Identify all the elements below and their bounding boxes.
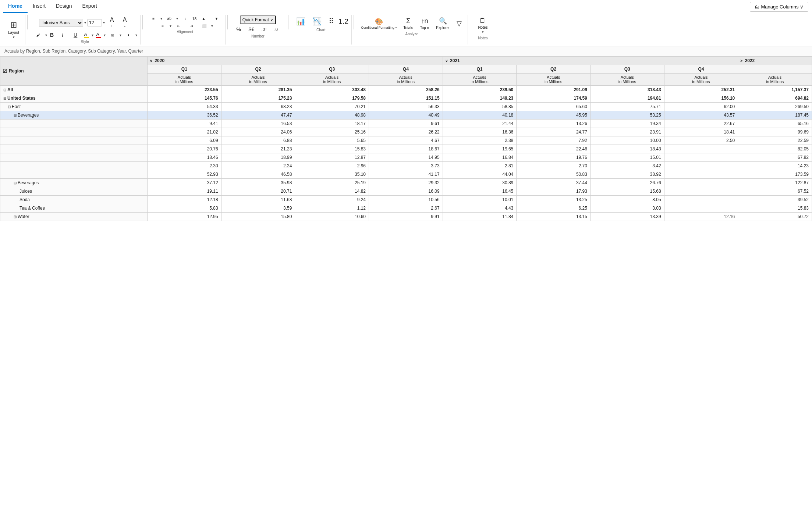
tab-insert[interactable]: Insert bbox=[28, 0, 51, 13]
highlight-color-button[interactable]: A bbox=[82, 31, 91, 39]
east-expand-icon[interactable]: ⊟ bbox=[8, 105, 11, 109]
actuals-q2-2021-subheader: Actualsin Millions bbox=[517, 74, 591, 86]
bev-east-q4-2021: 43.57 bbox=[664, 111, 738, 120]
effects-arrow[interactable]: ▾ bbox=[135, 33, 137, 37]
bold-button[interactable]: B bbox=[48, 31, 56, 39]
top-n-button[interactable]: ↑n Top n bbox=[417, 16, 432, 31]
font-grow-button[interactable]: A+ bbox=[106, 15, 118, 30]
us-q1-2020: 145.76 bbox=[148, 94, 221, 103]
water-label: ⊞Water bbox=[0, 213, 148, 221]
beverages-east-expand-icon[interactable]: ⊟ bbox=[14, 113, 17, 117]
line-height-button[interactable]: ↕ bbox=[179, 15, 191, 22]
us-row-label: ⊟United States bbox=[0, 94, 148, 103]
table-row: Juices 19.11 20.71 14.82 16.09 16.45 17.… bbox=[0, 187, 812, 196]
table-row: ⊟Beverages 37.12 35.98 25.19 29.32 30.89… bbox=[0, 179, 812, 187]
ribbon-body: ⊞ Layout ▾ Inforiver Sans ▾ ▾ A+ A- 🖌 bbox=[0, 13, 812, 46]
wrap-text-button[interactable]: ab bbox=[163, 15, 175, 22]
chart-value-area: 1.2 bbox=[338, 17, 348, 26]
tab-design[interactable]: Design bbox=[51, 0, 77, 13]
font-shrink-button[interactable]: A- bbox=[119, 15, 131, 30]
bev-east-q2-2020: 47.47 bbox=[221, 111, 295, 120]
table-row: 52.93 46.58 35.10 41.17 44.04 50.83 38.9… bbox=[0, 170, 812, 179]
increase-decimal-button[interactable]: .0⁺ bbox=[258, 26, 270, 33]
align-options-button[interactable]: ≡ bbox=[148, 15, 159, 22]
font-color-button[interactable]: A bbox=[95, 31, 103, 39]
table-row: 9.41 16.53 18.17 9.61 21.44 13.26 19.34 … bbox=[0, 120, 812, 128]
percent-button[interactable]: % bbox=[233, 25, 244, 33]
q4-2021-header: Q4 bbox=[664, 65, 738, 74]
row-region-header: ☑ Region bbox=[0, 57, 148, 86]
indent-left-button[interactable]: ⇤ bbox=[173, 23, 184, 29]
us-q3-2020: 179.58 bbox=[295, 94, 369, 103]
ribbon-tabs: Home Insert Design Export bbox=[0, 0, 105, 13]
year-2021-label: 2021 bbox=[450, 58, 460, 63]
highlight-color-arrow[interactable]: ▾ bbox=[92, 33, 93, 37]
font-size-input[interactable] bbox=[87, 19, 102, 26]
dollar-button[interactable]: $€ bbox=[245, 25, 257, 33]
tab-home[interactable]: Home bbox=[3, 0, 28, 13]
italic-button[interactable]: I bbox=[57, 31, 68, 39]
cell-merge-button[interactable]: ⬜ bbox=[198, 23, 210, 29]
chart-dot-icon[interactable]: ⠿ bbox=[326, 15, 337, 27]
year-2020-header: ∨ 2020 bbox=[148, 57, 443, 65]
table-row: 2.30 2.24 2.96 3.73 2.81 2.70 3.42 14.23 bbox=[0, 162, 812, 170]
bev-sub3-label bbox=[0, 136, 148, 145]
all-q1-2020: 223.55 bbox=[148, 86, 221, 94]
borders-button[interactable]: ⊞ bbox=[107, 32, 118, 38]
us-q2-2020: 175.23 bbox=[221, 94, 295, 103]
chart-icon-area[interactable]: 📊 bbox=[293, 15, 308, 27]
conditional-formatting-button[interactable]: 🎨 Conditional Formatting ~ bbox=[359, 16, 399, 31]
east-q1-2020: 54.33 bbox=[148, 103, 221, 111]
beverages2-expand-icon[interactable]: ⊟ bbox=[14, 181, 17, 185]
collapse-2020-icon[interactable]: ∨ bbox=[150, 59, 152, 63]
all-expand-icon[interactable]: ⊟ bbox=[3, 88, 6, 92]
explorer-button[interactable]: 🔍 Explorer bbox=[433, 15, 453, 31]
chart-value-icon: 1.2 bbox=[338, 17, 348, 26]
all-q2-2021: 291.09 bbox=[517, 86, 591, 94]
paint-format-button[interactable]: 🖌 bbox=[32, 32, 44, 38]
sep4 bbox=[288, 15, 288, 29]
region-checkbox-icon[interactable]: ☑ bbox=[3, 68, 7, 74]
sep2 bbox=[142, 15, 143, 29]
cell-merge-arrow[interactable]: ▾ bbox=[211, 24, 213, 28]
decrease-decimal-button[interactable]: .0⁻ bbox=[271, 26, 283, 33]
font-family-arrow[interactable]: ▾ bbox=[84, 21, 86, 25]
font-family-select[interactable]: Inforiver Sans bbox=[39, 19, 83, 27]
actuals-2022-subheader: Actualsin Millions bbox=[738, 74, 812, 86]
filter-button[interactable]: ▽ bbox=[454, 18, 465, 29]
layout-button[interactable]: ⊞ Layout ▾ bbox=[5, 19, 22, 40]
underline-button[interactable]: U bbox=[70, 31, 81, 39]
east-q2-2020: 68.23 bbox=[221, 103, 295, 111]
expand-2022-icon[interactable]: > bbox=[740, 59, 742, 63]
paint-format-arrow[interactable]: ▾ bbox=[45, 33, 47, 37]
wrap-text-arrow[interactable]: ▾ bbox=[176, 17, 178, 21]
borders-arrow[interactable]: ▾ bbox=[120, 33, 121, 37]
sep3 bbox=[227, 15, 228, 29]
align-vert-arrow[interactable]: ▾ bbox=[170, 24, 171, 28]
us-expand-icon[interactable]: ⊟ bbox=[3, 96, 6, 100]
notes-button[interactable]: 🗒 Notes ▾ bbox=[475, 15, 490, 35]
collapse-2021-icon[interactable]: ∨ bbox=[445, 59, 448, 63]
chart-bar-icon2[interactable]: 📉 bbox=[309, 15, 325, 27]
manage-columns-button[interactable]: 🗂 Manage Columns ∨ bbox=[750, 2, 809, 12]
effects-button[interactable]: ✦ bbox=[123, 32, 134, 38]
notes-label: Notes bbox=[478, 25, 487, 29]
all-q4-2020: 258.26 bbox=[369, 86, 443, 94]
font-size-arrow[interactable]: ▾ bbox=[103, 21, 105, 25]
align-options-arrow[interactable]: ▾ bbox=[160, 17, 162, 21]
totals-button[interactable]: Σ Totals bbox=[401, 16, 416, 31]
font-color-arrow[interactable]: ▾ bbox=[104, 33, 106, 37]
tab-export[interactable]: Export bbox=[77, 0, 102, 13]
table-row: 18.46 18.99 12.87 14.95 16.84 19.76 15.0… bbox=[0, 153, 812, 162]
line-height-up[interactable]: ▲ bbox=[198, 15, 209, 22]
data-table: ☑ Region ∨ 2020 ∨ 2021 > 2022 Q1 bbox=[0, 56, 812, 221]
quick-format-button[interactable]: Quick Format ∨ bbox=[240, 15, 276, 24]
indent-right-button[interactable]: ⇥ bbox=[185, 23, 197, 29]
all-q3-2020: 303.48 bbox=[295, 86, 369, 94]
ribbon: Home Insert Design Export 🗂 Manage Colum… bbox=[0, 0, 812, 46]
ribbon-group-notes: 🗒 Notes ▾ Notes bbox=[472, 15, 494, 45]
align-vert-options[interactable]: ≡ bbox=[157, 23, 169, 29]
line-height-down[interactable]: ▼ bbox=[210, 15, 222, 22]
bev-east-q3-2020: 48.98 bbox=[295, 111, 369, 120]
water-expand-icon[interactable]: ⊞ bbox=[14, 215, 17, 219]
